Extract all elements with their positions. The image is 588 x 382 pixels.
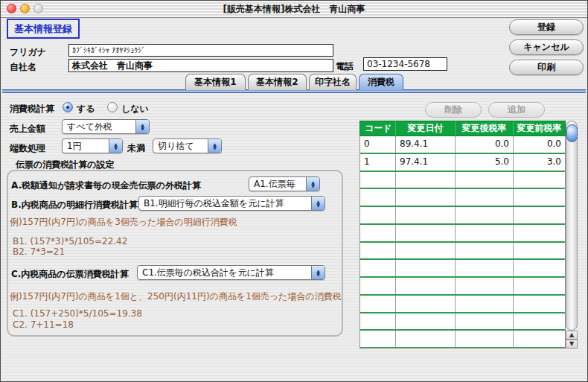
row-a-select[interactable]: A1.伝票毎 ▲▼ [249, 176, 320, 191]
formula-b1-text: B1. (157*3)*5/105=22.42 [13, 236, 127, 246]
formula-b2-text: B2. 7*3=21 [13, 246, 65, 257]
table-cell [360, 278, 396, 294]
print-button[interactable]: 印刷 [509, 60, 584, 75]
table-cell [396, 313, 456, 330]
table-row[interactable]: 197.4.15.03.0 [360, 154, 565, 172]
tax-rate-table-body: 089.4.10.00.0197.4.15.03.0 [359, 136, 566, 348]
sales-amount-label: 売上金額 [10, 123, 45, 136]
tab-basic-info-2[interactable]: 基本情報2 [248, 74, 307, 90]
rounding-method-select[interactable]: 切り捨て ▲▼ [153, 139, 222, 153]
table-cell [514, 243, 565, 259]
rounding-method-value: 切り捨て [158, 140, 194, 153]
table-row [360, 189, 565, 207]
radio-off-label[interactable]: しない [121, 103, 149, 115]
furigana-input[interactable]: ｶﾌﾞｼｷｶﾞｲｼｬ ｱｵﾔﾏｼｮｳｼﾞ [68, 44, 333, 57]
rounding-label: 端数処理 [10, 142, 45, 155]
table-cell: 89.4.1 [396, 136, 456, 153]
table-row [360, 243, 565, 261]
table-cell: 0.0 [514, 136, 565, 153]
tax-calc-label: 消費税計算 [10, 103, 54, 115]
window-title: [販売基本情報]株式会社 青山商事 [1, 3, 587, 16]
table-cell [396, 207, 456, 223]
add-button[interactable]: 追加 [488, 102, 545, 118]
table-row [360, 313, 565, 331]
table-cell [396, 225, 456, 241]
table-cell [360, 207, 396, 223]
radio-tax-calc-off[interactable] [107, 102, 118, 112]
table-row [360, 225, 565, 243]
table-row [360, 331, 565, 348]
example-b-text: 例)157円(内7円)の商品を3個売った場合の明細行消費税 [10, 216, 237, 229]
tax-rate-table: コード変更日付変更後税率変更前税率 089.4.10.00.0197.4.15.… [359, 121, 566, 348]
scroll-down-icon[interactable]: ▼ [566, 340, 578, 348]
table-row [360, 278, 565, 296]
table-cell [396, 296, 456, 312]
table-cell: 97.4.1 [396, 154, 456, 171]
tab-basic-info-1[interactable]: 基本情報1 [185, 74, 246, 90]
table-cell: 0 [360, 136, 396, 153]
cancel-button[interactable]: キャンセル [509, 39, 584, 55]
sales-amount-value: すべて外税 [67, 121, 112, 133]
table-cell [360, 243, 396, 259]
row-c-label: C.内税商品の伝票消費税計算 [11, 268, 129, 281]
stepper-icon[interactable]: ▲▼ [311, 197, 325, 210]
title-bar: [販売基本情報]株式会社 青山商事 [1, 1, 587, 18]
column-header: 変更前税率 [514, 121, 565, 136]
table-row [360, 207, 565, 225]
table-cell [360, 225, 396, 241]
table-cell [396, 189, 456, 206]
table-cell [514, 207, 565, 223]
row-b-select[interactable]: B1.明細行毎の税込金額を元に計算 ▲▼ [138, 196, 325, 211]
row-b-value: B1.明細行毎の税込金額を元に計算 [144, 197, 284, 210]
table-cell [456, 260, 514, 276]
row-c-select[interactable]: C1.伝票毎の税込合計を元に計算 ▲▼ [137, 265, 325, 280]
table-cell [456, 207, 514, 223]
table-cell [360, 296, 396, 312]
row-c-value: C1.伝票毎の税込合計を元に計算 [142, 267, 274, 279]
table-scrollbar-thumb[interactable] [566, 124, 578, 142]
example-c-text: 例)157円(内7円)の商品を1個と、250円(内11円)の商品を1個売った場合… [10, 290, 342, 303]
sales-amount-select[interactable]: すべて外税 ▲▼ [62, 119, 150, 134]
stepper-icon[interactable]: ▲▼ [208, 139, 221, 153]
table-cell [360, 189, 396, 206]
table-cell [514, 331, 565, 347]
rounding-suffix-label: 未満 [127, 142, 145, 155]
table-cell [456, 243, 514, 259]
radio-on-label[interactable]: する [77, 103, 95, 115]
tab-consumption-tax[interactable]: 消費税 [359, 74, 403, 90]
table-row [360, 296, 565, 313]
table-row [360, 172, 565, 190]
row-b-label: B.内税商品の明細行消費税計算 [11, 199, 138, 211]
scroll-up-icon[interactable]: ▲ [566, 331, 578, 340]
furigana-label: フリガナ [10, 46, 46, 59]
table-cell [456, 189, 514, 206]
stepper-icon[interactable]: ▲▼ [109, 139, 122, 153]
column-header: 変更後税率 [456, 121, 514, 136]
table-cell [514, 296, 565, 312]
radio-tax-calc-on[interactable] [63, 102, 73, 112]
table-cell [456, 278, 514, 294]
register-button[interactable]: 登録 [509, 19, 584, 35]
stepper-icon[interactable]: ▲▼ [135, 120, 149, 133]
company-name-input[interactable]: 株式会社 青山商事 [68, 59, 333, 72]
table-cell [360, 313, 396, 330]
delete-button[interactable]: 削除 [425, 102, 482, 118]
stepper-icon[interactable]: ▲▼ [311, 266, 325, 279]
table-row[interactable]: 089.4.10.00.0 [360, 136, 565, 154]
table-cell [514, 225, 565, 241]
tab-print-name[interactable]: 印字社名 [309, 74, 357, 90]
app-window: [販売基本情報]株式会社 青山商事 基本情報登録 登録 キャンセル 印刷 フリガ… [0, 0, 588, 382]
table-cell [456, 296, 514, 312]
table-row [360, 260, 565, 278]
rounding-unit-select[interactable]: 1円 ▲▼ [62, 139, 123, 153]
table-cell [456, 313, 514, 330]
table-cell [514, 313, 565, 330]
table-cell [360, 172, 396, 188]
table-cell: 3.0 [514, 154, 565, 171]
phone-input[interactable]: 03-1234-5678 [363, 57, 447, 71]
table-scrollbar-track[interactable] [566, 121, 578, 331]
table-cell: 1 [360, 154, 396, 171]
table-cell [396, 331, 456, 347]
stepper-icon[interactable]: ▲▼ [306, 177, 319, 191]
table-cell [514, 189, 565, 206]
